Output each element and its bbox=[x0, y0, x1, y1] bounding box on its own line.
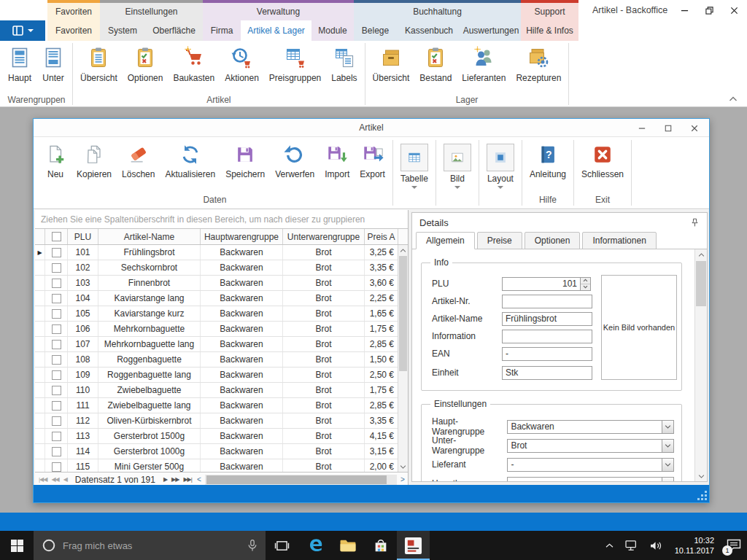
dropdown-button-icon[interactable] bbox=[662, 477, 674, 482]
column-header-preis-a[interactable]: Preis A bbox=[365, 229, 398, 244]
grid-vertical-scrollbar[interactable] bbox=[398, 245, 408, 472]
details-tab-informationen[interactable]: Informationen bbox=[582, 232, 656, 249]
toolbar-button-kopieren[interactable]: Kopieren bbox=[71, 144, 117, 179]
details-tab-preise[interactable]: Preise bbox=[477, 232, 522, 249]
ribbon-button-bestand[interactable]: Bestand bbox=[414, 46, 457, 83]
start-button[interactable] bbox=[0, 531, 34, 560]
scroll-down-icon[interactable] bbox=[398, 462, 408, 472]
row-checkbox[interactable] bbox=[52, 447, 61, 456]
ribbon-button-übersicht[interactable]: Übersicht bbox=[368, 46, 415, 83]
toolbar-button-import[interactable]: Import bbox=[320, 144, 355, 179]
row-checkbox[interactable] bbox=[52, 416, 61, 426]
row-checkbox[interactable] bbox=[52, 309, 61, 319]
table-row[interactable]: 103FinnenbrotBackwarenBrot3,60 € bbox=[35, 276, 408, 291]
task-view-button[interactable] bbox=[266, 531, 298, 560]
close-button[interactable] bbox=[727, 3, 741, 18]
restore-button[interactable] bbox=[702, 3, 716, 18]
table-row[interactable]: 110ZwiebelbaguetteBackwarenBrot1,75 € bbox=[35, 383, 408, 398]
dropdown-button-icon[interactable] bbox=[662, 439, 674, 453]
tab-kassenbuch[interactable]: Kassenbuch bbox=[397, 20, 461, 41]
artikel-close-button[interactable] bbox=[687, 121, 702, 136]
row-checkbox[interactable] bbox=[52, 324, 61, 334]
table-row[interactable]: 106MehrkornbaguetteBackwarenBrot1,75 € bbox=[35, 322, 408, 337]
horizontal-scrollbar[interactable] bbox=[205, 475, 397, 485]
tab-system[interactable]: System bbox=[100, 20, 145, 41]
table-row[interactable]: 109Roggenbaguette langBackwarenBrot2,50 … bbox=[35, 368, 408, 383]
ribbon-button-optionen[interactable]: Optionen bbox=[123, 46, 169, 83]
artikel-name-input[interactable]: Frühlingsbrot bbox=[502, 312, 592, 326]
column-header-unterwarengruppe[interactable]: Unterwarengruppe bbox=[283, 229, 365, 244]
table-row[interactable]: 108RoggenbaguetteBackwarenBrot1,50 € bbox=[35, 352, 408, 368]
toolbar-button-löschen[interactable]: Löschen bbox=[117, 144, 160, 179]
row-checkbox[interactable] bbox=[52, 248, 61, 257]
information-input[interactable] bbox=[502, 330, 592, 343]
scroll-up-icon[interactable] bbox=[398, 245, 408, 255]
tab-hilfe-infos[interactable]: Hilfe & Infos bbox=[521, 20, 578, 41]
row-checkbox[interactable] bbox=[52, 432, 61, 441]
row-checkbox[interactable] bbox=[52, 370, 61, 380]
ribbon-button-übersicht[interactable]: Übersicht bbox=[75, 46, 123, 83]
haupt-warengruppe-dropdown[interactable]: Backwaren bbox=[507, 420, 674, 434]
scroll-up-icon[interactable] bbox=[695, 249, 707, 260]
details-scrollbar[interactable] bbox=[694, 249, 707, 481]
plu-input[interactable]: 101 bbox=[502, 277, 581, 291]
toolbar-button-neu[interactable]: Neu bbox=[39, 144, 71, 179]
toolbar-button-speichern[interactable]: Speichern bbox=[220, 144, 270, 179]
select-all-checkbox[interactable] bbox=[52, 232, 61, 241]
toolbar-button-bild[interactable]: Bild bbox=[438, 144, 476, 192]
table-row[interactable]: 113Gersterbrot 1500gBackwarenBrot4,15 € bbox=[35, 429, 408, 444]
toolbar-button-schliessen[interactable]: Schliessen bbox=[576, 144, 629, 179]
ribbon-button-labels[interactable]: Labels bbox=[326, 46, 362, 83]
ribbon-button-preisgruppen[interactable]: Preisgruppen bbox=[264, 46, 326, 83]
details-tab-optionen[interactable]: Optionen bbox=[525, 232, 581, 249]
ribbon-button-unter[interactable]: Unter bbox=[36, 46, 70, 83]
group-by-hint[interactable]: Ziehen Sie eine Spaltenüberschrift in di… bbox=[35, 210, 408, 229]
row-checkbox[interactable] bbox=[52, 462, 61, 472]
scroll-thumb[interactable] bbox=[399, 256, 407, 371]
row-checkbox[interactable] bbox=[52, 279, 61, 288]
minimize-button[interactable] bbox=[677, 3, 692, 18]
table-row[interactable]: 104Kaviarstange langBackwarenBrot2,25 € bbox=[35, 291, 408, 306]
toolbar-button-export[interactable]: Export bbox=[355, 144, 390, 179]
column-header-hauptwarengruppe[interactable]: Hauptwarengruppe bbox=[201, 229, 283, 244]
network-icon[interactable] bbox=[619, 531, 644, 560]
tray-clock[interactable]: 10:32 10.11.2017 bbox=[668, 535, 721, 556]
cortana-search-box[interactable]: Frag mich etwas bbox=[34, 531, 266, 560]
nav-last-button[interactable]: ▶▶| bbox=[181, 476, 193, 483]
hauptlager-dropdown[interactable]: - bbox=[507, 477, 674, 482]
column-header-artikel-name[interactable]: Artikel-Name bbox=[98, 229, 201, 244]
tab-belege[interactable]: Belege bbox=[354, 20, 397, 41]
table-row[interactable]: 111Zwiebelbaguette langBackwarenBrot2,85… bbox=[35, 398, 408, 413]
row-checkbox[interactable] bbox=[52, 340, 61, 349]
artikel-maximize-button[interactable] bbox=[661, 121, 676, 136]
nav-fast-forward-button[interactable]: ▶▶ bbox=[169, 476, 181, 483]
edge-browser-icon[interactable] bbox=[298, 531, 331, 560]
row-checkbox[interactable] bbox=[52, 355, 61, 365]
spin-up-icon[interactable] bbox=[581, 278, 590, 284]
unter-warengruppe-dropdown[interactable]: Brot bbox=[507, 439, 674, 453]
tab-auswertungen[interactable]: Auswertungen bbox=[461, 20, 521, 41]
row-checkbox[interactable] bbox=[52, 294, 61, 303]
tab-firma[interactable]: Firma bbox=[203, 20, 241, 41]
tab-favoriten[interactable]: Favoriten bbox=[47, 20, 100, 41]
table-row[interactable]: 112Oliven-KürbiskernbrotBackwarenBrot3,3… bbox=[35, 413, 408, 429]
plu-spinner[interactable] bbox=[581, 277, 591, 291]
scroll-thumb[interactable] bbox=[696, 261, 706, 306]
toolbar-button-verwerfen[interactable]: Verwerfen bbox=[270, 144, 320, 179]
action-center-button[interactable]: 1 bbox=[721, 531, 747, 560]
dropdown-button-icon[interactable] bbox=[662, 420, 674, 434]
app-menu-button[interactable] bbox=[0, 20, 45, 41]
ribbon-button-aktionen[interactable]: Aktionen bbox=[220, 46, 264, 83]
spin-down-icon[interactable] bbox=[581, 284, 590, 290]
ribbon-button-rezepturen[interactable]: Rezepturen bbox=[511, 46, 566, 83]
resize-grip[interactable] bbox=[697, 490, 707, 500]
scroll-down-icon[interactable] bbox=[695, 471, 707, 481]
row-checkbox[interactable] bbox=[52, 386, 61, 395]
table-row[interactable]: 114Gersterbrot 1000gBackwarenBrot3,15 € bbox=[35, 444, 408, 459]
details-tab-allgemein[interactable]: Allgemein bbox=[416, 232, 475, 249]
dropdown-button-icon[interactable] bbox=[662, 458, 674, 472]
table-row[interactable]: 115Mini Gerster 500gBackwarenBrot2,00 € bbox=[35, 459, 408, 472]
toolbar-button-tabelle[interactable]: Tabelle bbox=[395, 144, 433, 192]
nav-next-button[interactable]: ▶ bbox=[161, 476, 169, 483]
row-checkbox[interactable] bbox=[52, 401, 61, 411]
